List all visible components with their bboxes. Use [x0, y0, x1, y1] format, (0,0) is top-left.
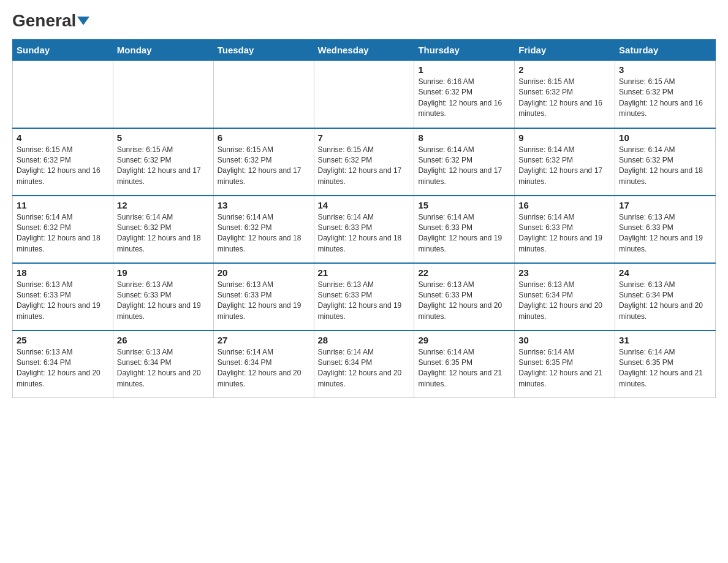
calendar-cell: 20Sunrise: 6:13 AMSunset: 6:33 PMDayligh…: [213, 263, 314, 331]
calendar-cell: 6Sunrise: 6:15 AMSunset: 6:32 PMDaylight…: [213, 128, 314, 196]
calendar-week-5: 25Sunrise: 6:13 AMSunset: 6:34 PMDayligh…: [13, 331, 716, 398]
calendar-cell: 3Sunrise: 6:15 AMSunset: 6:32 PMDaylight…: [615, 61, 716, 128]
day-number: 25: [17, 335, 109, 345]
calendar-cell: 7Sunrise: 6:15 AMSunset: 6:32 PMDaylight…: [314, 128, 414, 196]
calendar-cell: 1Sunrise: 6:16 AMSunset: 6:32 PMDaylight…: [414, 61, 515, 128]
day-info: Sunrise: 6:13 AMSunset: 6:33 PMDaylight:…: [318, 280, 411, 323]
day-info: Sunrise: 6:16 AMSunset: 6:32 PMDaylight:…: [418, 77, 510, 120]
day-info: Sunrise: 6:14 AMSunset: 6:33 PMDaylight:…: [418, 212, 510, 255]
calendar-cell: 30Sunrise: 6:14 AMSunset: 6:35 PMDayligh…: [515, 331, 615, 398]
day-header-monday: Monday: [113, 40, 213, 61]
day-info: Sunrise: 6:14 AMSunset: 6:34 PMDaylight:…: [318, 347, 411, 390]
day-info: Sunrise: 6:14 AMSunset: 6:32 PMDaylight:…: [418, 145, 510, 188]
calendar-cell: 25Sunrise: 6:13 AMSunset: 6:34 PMDayligh…: [13, 331, 113, 398]
day-info: Sunrise: 6:13 AMSunset: 6:33 PMDaylight:…: [418, 280, 510, 323]
day-info: Sunrise: 6:14 AMSunset: 6:32 PMDaylight:…: [218, 212, 310, 255]
calendar-cell: 28Sunrise: 6:14 AMSunset: 6:34 PMDayligh…: [314, 331, 414, 398]
calendar-cell: 17Sunrise: 6:13 AMSunset: 6:33 PMDayligh…: [615, 196, 716, 263]
calendar-cell: 11Sunrise: 6:14 AMSunset: 6:32 PMDayligh…: [13, 196, 113, 263]
day-number: 17: [619, 200, 711, 210]
day-header-wednesday: Wednesday: [314, 40, 414, 61]
day-info: Sunrise: 6:14 AMSunset: 6:32 PMDaylight:…: [17, 212, 109, 255]
calendar-week-4: 18Sunrise: 6:13 AMSunset: 6:33 PMDayligh…: [13, 263, 716, 331]
day-header-saturday: Saturday: [615, 40, 716, 61]
day-info: Sunrise: 6:13 AMSunset: 6:33 PMDaylight:…: [619, 212, 711, 255]
calendar-cell: 19Sunrise: 6:13 AMSunset: 6:33 PMDayligh…: [113, 263, 213, 331]
day-info: Sunrise: 6:13 AMSunset: 6:33 PMDaylight:…: [117, 280, 210, 323]
logo: General: [12, 12, 89, 28]
day-info: Sunrise: 6:15 AMSunset: 6:32 PMDaylight:…: [518, 77, 611, 120]
day-number: 8: [418, 132, 510, 143]
calendar-week-2: 4Sunrise: 6:15 AMSunset: 6:32 PMDaylight…: [13, 128, 716, 196]
day-info: Sunrise: 6:13 AMSunset: 6:34 PMDaylight:…: [518, 280, 611, 323]
header: General: [12, 12, 716, 28]
calendar-cell: 12Sunrise: 6:14 AMSunset: 6:32 PMDayligh…: [113, 196, 213, 263]
day-info: Sunrise: 6:14 AMSunset: 6:35 PMDaylight:…: [518, 347, 611, 390]
day-info: Sunrise: 6:15 AMSunset: 6:32 PMDaylight:…: [17, 145, 109, 188]
logo-general-text: General: [12, 12, 89, 29]
day-number: 16: [518, 200, 611, 210]
day-info: Sunrise: 6:14 AMSunset: 6:34 PMDaylight:…: [218, 347, 310, 390]
day-info: Sunrise: 6:15 AMSunset: 6:32 PMDaylight:…: [218, 145, 310, 188]
day-info: Sunrise: 6:13 AMSunset: 6:34 PMDaylight:…: [17, 347, 109, 390]
calendar-week-3: 11Sunrise: 6:14 AMSunset: 6:32 PMDayligh…: [13, 196, 716, 263]
day-number: 14: [318, 200, 411, 210]
day-number: 24: [619, 267, 711, 278]
day-number: 7: [318, 132, 411, 143]
day-info: Sunrise: 6:15 AMSunset: 6:32 PMDaylight:…: [318, 145, 411, 188]
day-number: 20: [218, 267, 310, 278]
day-header-tuesday: Tuesday: [213, 40, 314, 61]
day-number: 22: [418, 267, 510, 278]
day-info: Sunrise: 6:14 AMSunset: 6:35 PMDaylight:…: [619, 347, 711, 390]
day-number: 6: [218, 132, 310, 143]
day-header-friday: Friday: [515, 40, 615, 61]
day-info: Sunrise: 6:14 AMSunset: 6:32 PMDaylight:…: [619, 145, 711, 188]
day-number: 10: [619, 132, 711, 143]
calendar-cell: [213, 61, 314, 128]
day-number: 1: [418, 64, 510, 75]
day-info: Sunrise: 6:14 AMSunset: 6:35 PMDaylight:…: [418, 347, 510, 390]
calendar-cell: 4Sunrise: 6:15 AMSunset: 6:32 PMDaylight…: [13, 128, 113, 196]
day-number: 27: [218, 335, 310, 345]
day-info: Sunrise: 6:13 AMSunset: 6:34 PMDaylight:…: [619, 280, 711, 323]
calendar-cell: 13Sunrise: 6:14 AMSunset: 6:32 PMDayligh…: [213, 196, 314, 263]
day-number: 5: [117, 132, 210, 143]
day-number: 28: [318, 335, 411, 345]
day-info: Sunrise: 6:15 AMSunset: 6:32 PMDaylight:…: [619, 77, 711, 120]
calendar-cell: 21Sunrise: 6:13 AMSunset: 6:33 PMDayligh…: [314, 263, 414, 331]
day-number: 4: [17, 132, 109, 143]
calendar-cell: [113, 61, 213, 128]
day-number: 23: [518, 267, 611, 278]
calendar-week-1: 1Sunrise: 6:16 AMSunset: 6:32 PMDaylight…: [13, 61, 716, 128]
calendar-table: SundayMondayTuesdayWednesdayThursdayFrid…: [12, 39, 716, 398]
day-info: Sunrise: 6:15 AMSunset: 6:32 PMDaylight:…: [117, 145, 210, 188]
day-info: Sunrise: 6:14 AMSunset: 6:33 PMDaylight:…: [318, 212, 411, 255]
day-number: 11: [17, 200, 109, 210]
calendar-cell: 31Sunrise: 6:14 AMSunset: 6:35 PMDayligh…: [615, 331, 716, 398]
calendar-cell: 23Sunrise: 6:13 AMSunset: 6:34 PMDayligh…: [515, 263, 615, 331]
day-number: 21: [318, 267, 411, 278]
day-info: Sunrise: 6:14 AMSunset: 6:33 PMDaylight:…: [518, 212, 611, 255]
day-number: 2: [518, 64, 611, 75]
day-info: Sunrise: 6:14 AMSunset: 6:32 PMDaylight:…: [518, 145, 611, 188]
calendar-cell: 16Sunrise: 6:14 AMSunset: 6:33 PMDayligh…: [515, 196, 615, 263]
calendar-cell: 27Sunrise: 6:14 AMSunset: 6:34 PMDayligh…: [213, 331, 314, 398]
day-info: Sunrise: 6:13 AMSunset: 6:33 PMDaylight:…: [218, 280, 310, 323]
calendar-cell: 5Sunrise: 6:15 AMSunset: 6:32 PMDaylight…: [113, 128, 213, 196]
calendar-cell: 2Sunrise: 6:15 AMSunset: 6:32 PMDaylight…: [515, 61, 615, 128]
day-number: 13: [218, 200, 310, 210]
day-header-thursday: Thursday: [414, 40, 515, 61]
calendar-cell: 8Sunrise: 6:14 AMSunset: 6:32 PMDaylight…: [414, 128, 515, 196]
day-info: Sunrise: 6:14 AMSunset: 6:32 PMDaylight:…: [117, 212, 210, 255]
day-number: 12: [117, 200, 210, 210]
day-number: 29: [418, 335, 510, 345]
day-header-sunday: Sunday: [13, 40, 113, 61]
day-number: 9: [518, 132, 611, 143]
calendar-cell: 10Sunrise: 6:14 AMSunset: 6:32 PMDayligh…: [615, 128, 716, 196]
day-number: 18: [17, 267, 109, 278]
calendar-cell: 29Sunrise: 6:14 AMSunset: 6:35 PMDayligh…: [414, 331, 515, 398]
day-number: 19: [117, 267, 210, 278]
day-number: 3: [619, 64, 711, 75]
calendar-cell: 22Sunrise: 6:13 AMSunset: 6:33 PMDayligh…: [414, 263, 515, 331]
day-number: 30: [518, 335, 611, 345]
